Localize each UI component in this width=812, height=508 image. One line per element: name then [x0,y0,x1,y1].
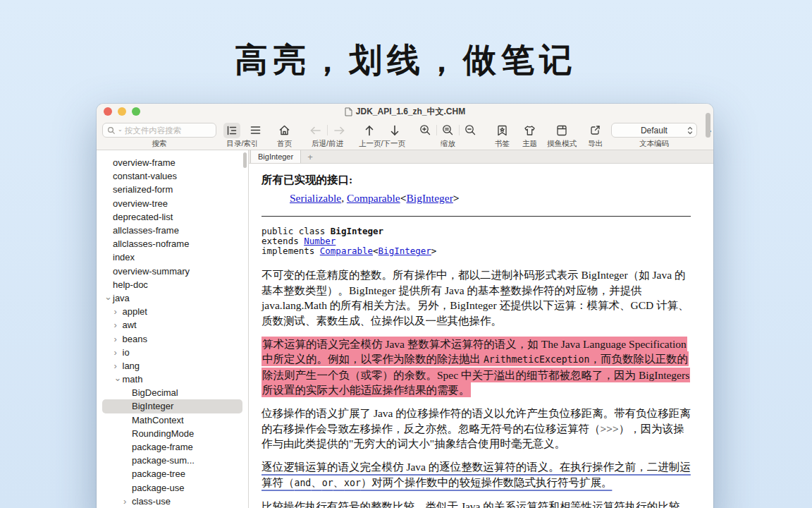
sidebar-item-awt[interactable]: ›awt [102,318,242,332]
zoom-in-button[interactable] [419,123,431,138]
content-column: BigInteger + 所有已实现的接口:Serializable, Comp… [249,150,713,508]
forward-button[interactable] [333,123,346,138]
doc-link[interactable]: Serializable [290,192,341,204]
sidebar-item-label: BigDecimal [132,387,178,398]
paragraph: 所有已实现的接口: [262,172,692,188]
theme-button[interactable] [523,123,536,138]
doc-link[interactable]: Number [304,236,336,246]
prev-page-button[interactable] [364,123,374,138]
sidebar-item-package-sum-[interactable]: package-sum... [102,454,242,467]
chevron-right-icon[interactable]: › [114,361,117,370]
sidebar-item-math[interactable]: ⌄math [102,373,242,386]
sidebar-item-index[interactable]: index [102,250,242,264]
doc-content: 所有已实现的接口:Serializable, Comparable<BigInt… [249,164,713,508]
sidebar-item-overview-summary[interactable]: overview-summary [102,265,242,278]
zoom-group: 缩放 [419,122,476,149]
sidebar-item-lang[interactable]: ›lang [102,359,242,373]
fish-mode-group: 摸鱼模式 [547,122,577,149]
sidebar: overview-frameconstant-valuesserialized-… [97,150,249,508]
sidebar-item-bigdecimal[interactable]: BigDecimal [102,386,242,399]
sidebar-item-java[interactable]: ⌄java [102,291,242,305]
theme-label: 主题 [522,139,537,149]
doc-text: ArithmeticException [484,354,590,365]
content-scrollbar[interactable] [706,113,710,138]
doc-text: or [322,478,333,488]
doc-link[interactable]: Comparable [320,246,373,256]
doc-text: 所有已实现的接口: [262,174,352,186]
sidebar-item-package-frame[interactable]: package-frame [102,440,242,454]
sidebar-item-constant-values[interactable]: constant-values [102,169,242,183]
sidebar-item-beans[interactable]: ›beans [102,332,242,345]
fish-mode-button[interactable] [555,123,568,138]
sidebar-item-label: allclasses-noframe [113,238,189,249]
sidebar-item-overview-tree[interactable]: overview-tree [102,197,242,210]
next-page-button[interactable] [390,123,400,138]
sidebar-item-mathcontext[interactable]: MathContext [102,413,242,427]
sidebar-item-allclasses-noframe[interactable]: allclasses-noframe [102,237,242,250]
main-area: overview-frameconstant-valuesserialized-… [97,150,713,508]
paragraph: 比较操作执行有符号的整数比较，类似于 Java 的关系运算符和相等性运算符执行的… [262,499,692,508]
zoom-reset-button[interactable] [442,123,454,138]
zoom-out-button[interactable] [465,123,476,138]
bookmark-label: 书签 [495,139,510,149]
doc-text: , [341,192,347,204]
sidebar-item-label: package-use [132,483,184,493]
chevron-right-icon[interactable]: › [114,348,117,357]
sidebar-item-package-use[interactable]: package-use [102,481,242,495]
sidebar-item-class-use[interactable]: ›class-use [102,495,242,508]
sidebar-item-label: math [123,374,143,385]
tab-bar: BigInteger + [249,150,713,164]
toc-tree-button[interactable] [223,123,240,138]
search-icon [107,126,116,135]
minimize-window-button[interactable] [118,107,126,116]
home-button[interactable] [278,123,291,138]
chevron-right-icon[interactable]: › [114,334,117,344]
zoom-window-button[interactable] [132,107,140,116]
tshirt-icon [523,124,536,137]
paragraph-underline: 逐位逻辑运算的语义完全模仿 Java 的逐位整数运算符的语义。在执行操作之前，二… [262,459,692,490]
sidebar-item-applet[interactable]: ›applet [102,305,242,318]
export-button[interactable] [589,123,601,138]
divider [327,125,328,135]
sidebar-item-help-doc[interactable]: help-doc [102,278,242,291]
paragraph-highlight: 算术运算的语义完全模仿 Java 整数算术运算符的语义，如 The Java L… [262,337,692,398]
zoom-reset-icon [442,124,454,136]
search-input-box[interactable]: ⌄ [102,123,216,138]
search-input[interactable] [125,126,211,135]
sidebar-item-io[interactable]: ›io [102,346,242,359]
window-title: JDK_API_1.6_zh_中文.CHM [97,104,713,119]
doc-text: 位移操作的语义扩展了 Java 的位移操作符的语义以允许产生负位移距离。带有负位… [262,407,691,449]
bookmark-button[interactable] [496,123,508,138]
tab-biginteger[interactable]: BigInteger [250,150,301,163]
chevron-right-icon[interactable]: › [114,307,117,316]
chevron-right-icon[interactable]: › [123,497,126,506]
back-button[interactable] [309,123,322,138]
sidebar-item-roundingmode[interactable]: RoundingMode [102,427,242,440]
sidebar-item-package-tree[interactable]: package-tree [102,467,242,480]
chevron-right-icon[interactable]: › [114,320,117,329]
sidebar-scrollbar[interactable] [243,152,247,168]
sidebar-item-biginteger[interactable]: BigInteger [102,399,242,413]
doc-text: extends [262,236,304,246]
sidebar-item-overview-frame[interactable]: overview-frame [102,156,242,169]
doc-link[interactable]: BigInteger [379,246,431,256]
sidebar-item-deprecated-list[interactable]: deprecated-list [102,210,242,224]
doc-link[interactable]: Comparable [347,192,400,204]
search-scope-chevron-icon[interactable]: ⌄ [118,126,123,133]
chevron-down-icon[interactable]: ⌄ [114,373,122,382]
new-tab-button[interactable]: + [301,150,319,163]
close-window-button[interactable] [104,107,112,116]
encoding-select[interactable]: Default [611,123,697,138]
sidebar-item-serialized-form[interactable]: serialized-form [102,183,242,196]
sidebar-item-allclasses-frame[interactable]: allclasses-frame [102,224,242,237]
doc-text: implements [262,246,320,256]
doc-text: > [431,246,437,256]
sidebar-item-label: allclasses-frame [113,225,179,236]
doc-link[interactable]: BigInteger [407,192,453,204]
plus-icon: + [307,152,313,162]
sidebar-item-label: java [113,293,130,303]
chevron-down-icon[interactable]: ⌄ [104,292,112,301]
doc-text: public class [262,226,331,236]
index-list-button[interactable] [250,123,262,138]
doc-text: BigInteger [331,226,383,236]
